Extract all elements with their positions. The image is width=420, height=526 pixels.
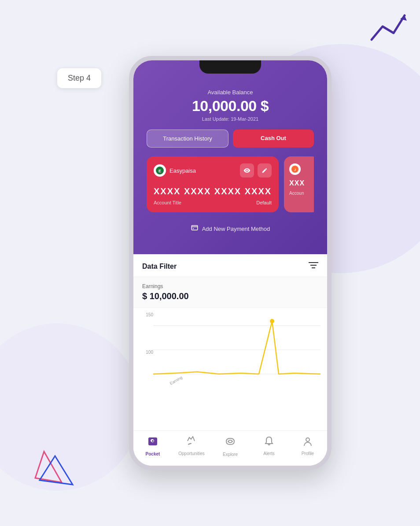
balance-label: Available Balance (142, 89, 318, 96)
svg-point-16 (270, 319, 274, 323)
payment-card-primary: E Easypaisa (147, 156, 279, 212)
svg-text:Earning: Earning (169, 375, 183, 386)
trend-arrow-icon (369, 11, 409, 48)
card-action-buttons (240, 163, 272, 178)
add-payment-icon (191, 224, 199, 233)
svg-text:E: E (158, 169, 161, 173)
nav-item-profile[interactable]: Profile (295, 436, 321, 456)
bell-icon (264, 436, 274, 449)
svg-marker-2 (40, 456, 73, 485)
payment-cards-area: E Easypaisa (147, 156, 314, 212)
data-filter-title: Data Filter (142, 263, 177, 270)
pocket-icon (147, 436, 158, 450)
action-buttons-group: Transaction History Cash Out (147, 130, 314, 148)
earnings-value: $ 10,000.00 (142, 291, 318, 301)
secondary-card-icon: J (289, 163, 301, 175)
step-label: Step 4 (57, 68, 101, 88)
card-brand-name: Easypaisa (169, 167, 196, 174)
card-title: Account Title (154, 200, 181, 205)
triangle-decor (31, 447, 79, 493)
opportunities-label: Opportunities (178, 451, 204, 456)
svg-rect-7 (192, 226, 198, 230)
last-update-text: Last Update: 19-Mar-2021 (142, 116, 318, 122)
card-brand: E Easypaisa (154, 164, 196, 177)
secondary-card-title: Accoun (289, 191, 314, 196)
nav-item-pocket[interactable]: Pocket (140, 436, 166, 456)
nav-item-alerts[interactable]: Alerts (256, 436, 282, 456)
data-filter-header: Data Filter (133, 254, 327, 277)
secondary-card-number: XXX (289, 179, 314, 187)
earnings-chart: 150 100 E (133, 308, 327, 405)
svg-point-20 (306, 438, 309, 441)
svg-text:J: J (294, 168, 296, 172)
view-card-button[interactable] (240, 163, 254, 178)
filter-icon[interactable] (309, 261, 318, 271)
pocket-label: Pocket (146, 452, 160, 456)
earnings-label: Earnings (142, 283, 318, 289)
add-payment-button[interactable]: Add New Payment Method (142, 220, 318, 237)
card-footer: Account Title Default (154, 200, 272, 205)
card-number: XXXX XXXX XXXX XXXX (154, 186, 272, 196)
transaction-history-button[interactable]: Transaction History (147, 130, 228, 148)
alerts-label: Alerts (263, 451, 275, 456)
phone-device: Available Balance 10,000.00 $ Last Updat… (129, 56, 332, 470)
cash-out-button[interactable]: Cash Out (233, 130, 314, 148)
profile-label: Profile (302, 451, 314, 456)
chart-y-labels: 150 100 (138, 312, 153, 387)
balance-amount: 10,000.00 $ (142, 97, 318, 115)
earnings-section: Earnings $ 10,000.00 (133, 277, 327, 308)
explore-icon (224, 435, 236, 450)
balance-section: Available Balance 10,000.00 $ Last Updat… (142, 82, 318, 122)
bottom-navigation: Pocket Opportunities (133, 430, 327, 466)
opportunities-icon (186, 436, 197, 449)
card-default-badge: Default (256, 200, 272, 205)
payment-card-secondary: J XXX Accoun (284, 156, 314, 212)
phone-screen: Available Balance 10,000.00 $ Last Updat… (129, 56, 332, 470)
svg-point-19 (152, 440, 154, 442)
easypaisa-icon: E (154, 164, 166, 177)
nav-item-explore[interactable]: Explore (217, 435, 243, 457)
profile-icon (303, 436, 313, 449)
phone-top-section: Available Balance 10,000.00 $ Last Updat… (133, 60, 327, 254)
nav-item-opportunities[interactable]: Opportunities (178, 436, 205, 456)
chart-svg: Earning (153, 312, 321, 387)
add-payment-label: Add New Payment Method (202, 226, 270, 232)
explore-label: Explore (223, 452, 238, 457)
chart-y-100: 100 (138, 350, 153, 355)
card-header: E Easypaisa (154, 163, 272, 178)
edit-card-button[interactable] (258, 163, 272, 178)
phone-notch (199, 60, 261, 74)
chart-y-150: 150 (138, 312, 153, 317)
